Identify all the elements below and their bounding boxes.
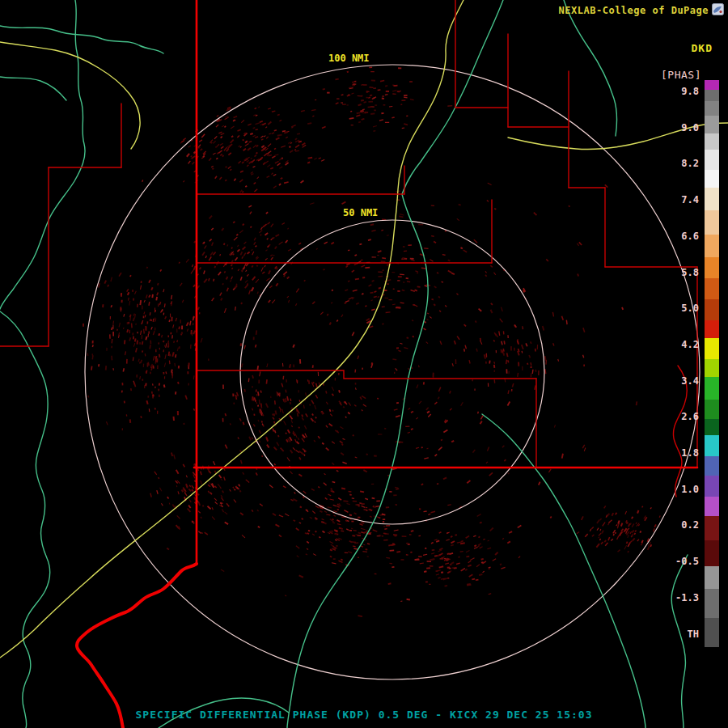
colorbar-segment [705, 133, 719, 150]
brand-text: NEXLAB-College of DuPage [559, 5, 709, 16]
colorbar-segment [705, 101, 719, 116]
rivers-teal [0, 0, 688, 728]
radar-echo-speckles [83, 67, 661, 617]
colorbar-segment [705, 338, 719, 359]
colorbar-segment [705, 516, 719, 540]
colorbar-segment [705, 400, 719, 419]
colorbar-segment [705, 90, 719, 101]
colorbar-segment [705, 80, 719, 90]
colorbar-segment [705, 170, 719, 188]
colorbar-segment [705, 618, 719, 647]
colorbar-segment [705, 566, 719, 589]
range-ring [240, 220, 544, 524]
colorbar-segment [705, 540, 719, 566]
state-border-river [77, 564, 197, 728]
colorbar-segment [705, 257, 719, 278]
colorbar-segment [705, 188, 719, 210]
colorbar-segment [705, 150, 719, 170]
colorbar-segment [705, 497, 719, 516]
colorbar-units-label: [PHAS] [661, 69, 701, 81]
colorbar-segment [705, 377, 719, 400]
county-borders [0, 0, 697, 497]
colorbar [705, 80, 719, 647]
range-ring-label-50nmi: 50 NMI [341, 207, 379, 218]
colorbar-segment [705, 320, 719, 338]
colorbar-segment [705, 589, 719, 618]
colorbar-segment [705, 299, 719, 320]
product-code-label: DKD [692, 42, 713, 54]
range-ring-label-100nmi: 100 NMI [327, 53, 371, 64]
colorbar-segment [705, 359, 719, 377]
radar-display: 100 NMI 50 NMI NEXLAB-College of DuPage … [0, 0, 728, 728]
radar-map [0, 0, 728, 728]
rivers-yellow [0, 0, 728, 658]
colorbar-segment [705, 419, 719, 435]
status-bar-text: SPECIFIC DIFFERENTIAL PHASE (KDP) 0.5 DE… [0, 709, 728, 721]
nexlab-logo-icon [712, 3, 724, 15]
colorbar-segment [705, 235, 719, 257]
colorbar-segment [705, 476, 719, 497]
colorbar-segment [705, 435, 719, 456]
colorbar-segment [705, 456, 719, 476]
colorbar-segment [705, 278, 719, 299]
colorbar-segment [705, 210, 719, 235]
colorbar-segment [705, 116, 719, 133]
range-ring [85, 65, 700, 679]
